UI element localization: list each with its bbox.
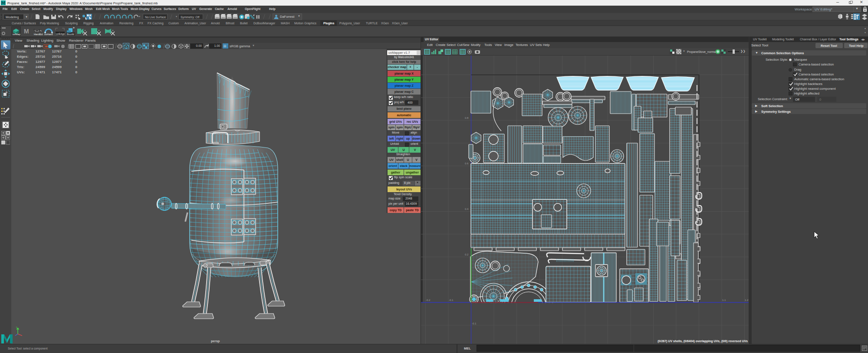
svg-text:-0.1: -0.1: [449, 299, 454, 301]
svg-text:1.1: 1.1: [722, 299, 726, 301]
svg-text:0.4: 0.4: [465, 208, 469, 210]
svg-text:uvMap: uvMap: [13, 33, 20, 36]
svg-text:uvEdge: uvEdge: [56, 33, 65, 35]
svg-text:-0.2: -0.2: [426, 299, 431, 301]
svg-text:0.8: 0.8: [465, 117, 469, 119]
svg-text:M: M: [24, 28, 29, 35]
svg-text:1.2: 1.2: [745, 299, 749, 301]
svg-text:0.6: 0.6: [465, 162, 469, 165]
svg-text:0.2: 0.2: [465, 253, 469, 256]
svg-text:HardEd: HardEd: [34, 33, 43, 36]
svg-text:-0.1: -0.1: [472, 322, 477, 325]
svg-text:BoolM: BoolM: [67, 33, 74, 36]
svg-text:uvHard: uvHard: [44, 33, 53, 36]
svg-text:y: y: [16, 326, 17, 328]
